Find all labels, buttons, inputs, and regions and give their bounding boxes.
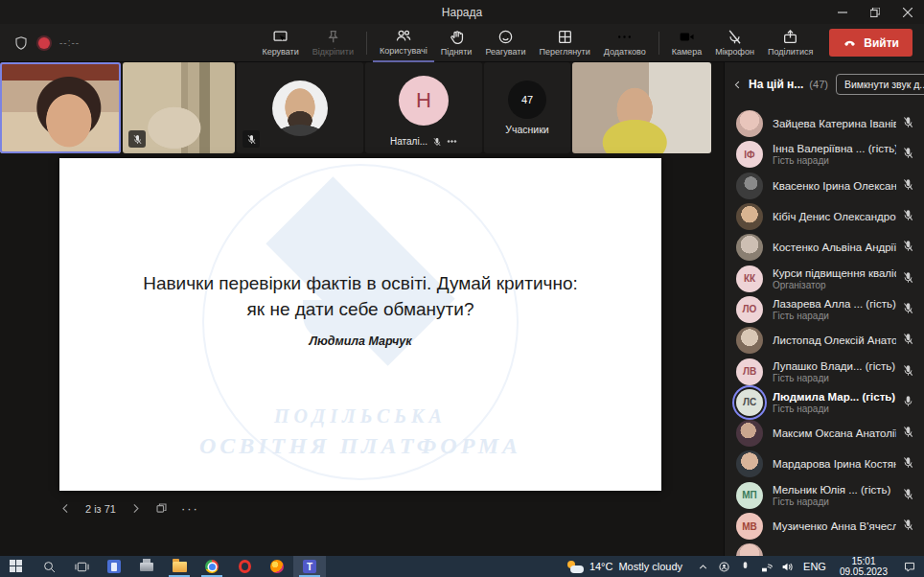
close-button[interactable] — [891, 0, 924, 24]
video-tile[interactable] — [572, 62, 711, 153]
overflow-participants-tile[interactable]: 47 Учасники — [484, 62, 570, 153]
view-button[interactable]: Переглянути — [532, 24, 596, 62]
participants-list: Зайцева Катерина Іванівна ІФ Інна Валері… — [725, 108, 924, 556]
participants-count: (47) — [809, 79, 828, 90]
participant-row[interactable]: Максим Оксана Анатоліївна — [725, 418, 924, 449]
avatar: ІФ — [736, 141, 763, 168]
taskbar-opera[interactable] — [228, 556, 261, 577]
next-slide-icon[interactable] — [129, 502, 142, 515]
taskbar-firefox[interactable] — [261, 556, 293, 577]
video-tile-avatar[interactable] — [237, 62, 363, 153]
hand-icon — [449, 29, 465, 45]
taskbar-chrome[interactable] — [196, 556, 228, 577]
slide-navigation: 2 із 71 ··· — [59, 501, 199, 516]
action-center-button[interactable] — [895, 556, 924, 577]
participant-row-partial[interactable] — [725, 542, 924, 556]
smiley-icon — [497, 29, 514, 45]
mic-muted-icon — [902, 270, 914, 288]
slide-more-options-icon[interactable]: ··· — [181, 501, 199, 516]
teams-meeting-window: Нарада --:-- Керувати Відкріпити — [0, 0, 924, 577]
participant-row[interactable]: Квасенко Ірина Олександрівна — [725, 171, 924, 201]
mic-muted-icon — [128, 130, 146, 148]
taskbar-clock[interactable]: 15:01 09.05.2023 — [832, 556, 895, 577]
avatar — [736, 420, 763, 447]
microphone-button[interactable]: Мікрофон — [708, 24, 761, 62]
person-status-icon — [718, 561, 730, 573]
taskbar-file-explorer[interactable] — [163, 556, 196, 577]
mic-muted-icon — [902, 332, 914, 349]
ellipsis-icon[interactable] — [447, 136, 457, 147]
participant-row[interactable]: МВ Музиченко Анна В'ячеславівна — [725, 511, 924, 542]
taskbar-app-printer[interactable] — [130, 556, 163, 577]
mic-on-icon — [902, 394, 914, 411]
teams-icon: T — [303, 560, 316, 573]
previous-slide-icon[interactable] — [59, 502, 72, 515]
slide-thumbnails-icon[interactable] — [155, 502, 168, 515]
start-button[interactable] — [0, 556, 33, 577]
camera-icon — [679, 29, 695, 45]
mute-all-button[interactable]: Вимкнути звук д... — [836, 74, 924, 95]
unpin-button[interactable]: Відкріпити — [306, 24, 360, 62]
mic-muted-icon — [902, 487, 914, 504]
tray-expand-button[interactable] — [692, 556, 713, 577]
participant-row[interactable]: КК Курси підвищення кваліфікації Організ… — [725, 263, 924, 293]
video-thumbnail-strip: Н Наталі... 47 Учасники — [0, 62, 724, 153]
taskbar-teams[interactable]: T — [293, 556, 326, 577]
recording-timer: --:-- — [59, 37, 80, 48]
avatar: ЛВ — [736, 358, 763, 385]
tray-volume[interactable] — [776, 556, 797, 577]
window-title: Нарада — [0, 6, 924, 19]
minimize-button[interactable] — [826, 0, 859, 24]
restore-button[interactable] — [859, 0, 891, 24]
clock-time: 15:01 — [840, 556, 888, 566]
participants-button[interactable]: Користувачі — [373, 24, 434, 62]
shield-icon[interactable] — [13, 35, 29, 51]
avatar: ЛС — [736, 389, 763, 416]
participant-row[interactable]: Кібіч Денис Олександрович — [725, 201, 924, 232]
participant-row-active-speaker[interactable]: ЛС Людмила Мар... (гість) Гість наради — [725, 387, 924, 418]
task-view-button[interactable] — [65, 556, 98, 577]
share-button[interactable]: Поділитися — [761, 24, 820, 62]
leave-button[interactable]: Вийти — [829, 29, 912, 57]
avatar: МВ — [736, 513, 763, 540]
firefox-icon — [270, 560, 284, 573]
participant-row[interactable]: ЛВ Лупашко Влади... (гість) Гість наради — [725, 356, 924, 386]
manage-button[interactable]: Керувати — [255, 24, 305, 62]
microphone-icon — [739, 561, 751, 573]
react-button[interactable]: Реагувати — [478, 24, 532, 62]
windows-logo-icon — [10, 560, 23, 573]
participant-row[interactable]: Зайцева Катерина Іванівна — [725, 108, 924, 139]
raise-hand-button[interactable]: Підняти — [434, 24, 479, 62]
participant-row[interactable]: МП Мельник Юлія ... (гість) Гість наради — [725, 480, 924, 511]
video-tile-speaker[interactable] — [0, 62, 121, 153]
tray-teams-status[interactable] — [713, 556, 734, 577]
mic-muted-icon — [902, 518, 914, 535]
tray-network[interactable] — [755, 556, 776, 577]
language-indicator[interactable]: ENG — [797, 561, 832, 572]
participant-row[interactable]: Костенко Альвіна Андріївна — [725, 232, 924, 263]
scanner-app-icon — [107, 560, 121, 573]
back-chevron-icon[interactable] — [732, 80, 743, 90]
taskbar-app-scanner[interactable] — [98, 556, 130, 577]
weather-condition: Mostly cloudy — [618, 561, 682, 572]
camera-button[interactable]: Камера — [665, 24, 708, 62]
watermark-ribbon-text: ПОДІЛЬСЬКА ОСВІТНЯ ПЛАТФОРМА — [59, 405, 661, 459]
avatar — [272, 81, 328, 136]
avatar: КК — [736, 265, 763, 292]
more-options-button[interactable]: Додатково — [597, 24, 653, 62]
mic-muted-icon — [902, 239, 914, 256]
taskbar-weather-widget[interactable]: 14°C Mostly cloudy — [557, 561, 692, 573]
participant-row[interactable]: Мардарова Ірина Костянтинівна — [725, 449, 924, 479]
mic-muted-icon — [902, 208, 914, 225]
participants-count-badge: 47 — [508, 81, 546, 119]
mic-muted-icon — [243, 130, 260, 148]
video-tile-initials[interactable]: Н Наталі... — [365, 62, 482, 153]
participant-row[interactable]: ЛО Лазарева Алла ... (гість) Гість нарад… — [725, 294, 924, 325]
participant-row[interactable]: ІФ Інна Валеріївна ... (гість) Гість нар… — [725, 139, 924, 170]
video-tile[interactable] — [123, 62, 235, 153]
taskbar-search-button[interactable] — [33, 556, 65, 577]
weather-temp: 14°C — [589, 561, 613, 572]
toolbar-divider — [366, 32, 367, 55]
participant-row[interactable]: Листопад Олексій Анатолійович — [725, 325, 924, 356]
tray-microphone[interactable] — [734, 556, 755, 577]
